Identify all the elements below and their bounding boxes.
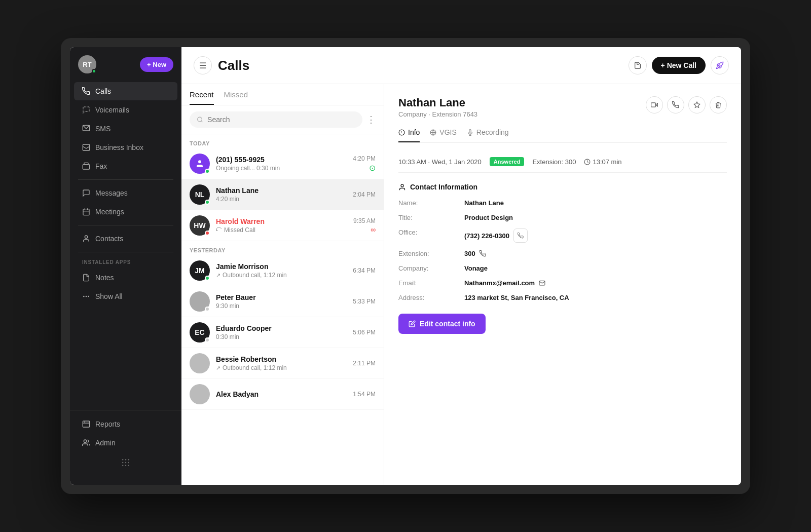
- sidebar-item-admin[interactable]: Admin: [74, 434, 177, 452]
- status-dot: [205, 307, 210, 312]
- list-item[interactable]: NL Nathan Lane 4:20 min 2:04 PM: [181, 179, 384, 210]
- call-avatar: [190, 353, 210, 373]
- header-left: ☰ Calls: [194, 56, 249, 74]
- sidebar-item-messages[interactable]: Messages: [74, 184, 177, 202]
- svg-point-17: [125, 459, 127, 461]
- contact-actions: [646, 96, 727, 113]
- sidebar-item-notes[interactable]: Notes: [74, 269, 177, 287]
- voicemail-icon: [82, 106, 90, 114]
- sidebar-item-voicemails[interactable]: Voicemails: [74, 101, 177, 119]
- status-dot: [205, 337, 210, 343]
- caller-name: Alex Badyan: [216, 390, 347, 398]
- sidebar-item-sms[interactable]: SMS: [74, 120, 177, 138]
- call-avatar: HW: [190, 215, 210, 236]
- main-header: ☰ Calls + New Call: [181, 47, 741, 84]
- call-info: Alex Badyan: [216, 390, 347, 398]
- extension-value: 300: [464, 250, 727, 257]
- email-icon: [539, 280, 545, 286]
- call-info: Eduardo Cooper 0:30 min: [216, 324, 347, 340]
- svg-point-11: [88, 296, 89, 296]
- sidebar-label-notes: Notes: [95, 274, 114, 282]
- list-item[interactable]: EC Eduardo Cooper 0:30 min 5:06 PM: [181, 317, 384, 348]
- sidebar-item-business-inbox[interactable]: Business Inbox: [74, 138, 177, 157]
- search-bar: ⋮: [181, 105, 384, 134]
- tab-recent[interactable]: Recent: [190, 90, 214, 105]
- more-options-button[interactable]: ⋮: [366, 114, 376, 125]
- list-item[interactable]: (201) 555-9925 Ongoing call... 0:30 min …: [181, 148, 384, 179]
- svg-rect-3: [84, 163, 88, 164]
- call-info: Nathan Lane 4:20 min: [216, 186, 347, 203]
- sidebar-label-fax: Fax: [95, 162, 107, 170]
- caller-name: Bessie Robertson: [216, 355, 347, 363]
- installed-apps-label: INSTALLED APPS: [70, 256, 181, 268]
- svg-point-21: [128, 462, 130, 464]
- call-avatar: [190, 154, 210, 174]
- office-value: (732) 226-0300: [464, 229, 727, 243]
- reports-icon: [82, 420, 90, 428]
- new-call-button[interactable]: + New Call: [652, 57, 706, 74]
- svg-line-26: [201, 121, 202, 122]
- caller-name: (201) 555-9925: [216, 156, 347, 164]
- star-button[interactable]: [688, 96, 706, 113]
- caller-name: Nathan Lane: [216, 186, 347, 195]
- keypad-button[interactable]: [70, 452, 181, 473]
- call-sub: 4:20 min: [216, 196, 347, 203]
- today-label: TODAY: [181, 134, 384, 148]
- search-input-wrap: [190, 111, 362, 128]
- sidebar-nav: Calls Voicemails SMS Business Inbox: [70, 82, 181, 406]
- call-avatar: JM: [190, 260, 210, 281]
- keypad-icon: [121, 458, 131, 468]
- call-avatar: [190, 291, 210, 312]
- list-item[interactable]: Bessie Robertson ↗ Outbound call, 1:12 m…: [181, 348, 384, 379]
- svg-point-10: [86, 296, 86, 296]
- phone-button[interactable]: [667, 96, 684, 113]
- menu-button[interactable]: ☰: [194, 56, 212, 74]
- svg-point-16: [122, 459, 124, 461]
- office-call-button[interactable]: [513, 229, 528, 243]
- svg-point-20: [125, 462, 127, 464]
- caller-name: Eduardo Cooper: [216, 324, 347, 332]
- search-input[interactable]: [207, 116, 355, 124]
- new-button[interactable]: + New: [140, 57, 173, 72]
- tab-info[interactable]: Info: [398, 128, 420, 142]
- status-dot: [205, 169, 210, 174]
- video-call-button[interactable]: [646, 96, 663, 113]
- calls-icon: [82, 87, 90, 95]
- sidebar-item-reports[interactable]: Reports: [74, 415, 177, 433]
- name-value: Nathan Lane: [464, 199, 727, 207]
- tab-missed[interactable]: Missed: [224, 90, 248, 105]
- clock-icon: [584, 159, 591, 165]
- edit-icon: [409, 320, 416, 327]
- caller-name: Jamie Morrison: [216, 262, 347, 271]
- edit-contact-button[interactable]: Edit contact info: [398, 314, 486, 334]
- laptop-frame: RT + New Calls Voicemails: [61, 38, 750, 494]
- video-icon: [651, 101, 658, 108]
- rocket-button[interactable]: [711, 56, 729, 74]
- call-sub: ↗ Outbound call, 1:12 min: [216, 272, 347, 279]
- settings-button[interactable]: [629, 56, 647, 74]
- tab-recording[interactable]: Recording: [467, 128, 509, 142]
- extension-phone-icon: [480, 250, 486, 257]
- phone-small-icon: [518, 233, 524, 239]
- list-item[interactable]: JM Jamie Morrison ↗ Outbound call, 1:12 …: [181, 255, 384, 286]
- tab-vgis[interactable]: VGIS: [430, 128, 456, 142]
- company-value: Vonage: [464, 264, 727, 272]
- messages-icon: [82, 189, 90, 197]
- status-dot: [205, 200, 210, 205]
- sidebar-item-contacts[interactable]: Contacts: [74, 230, 177, 248]
- sidebar-item-calls[interactable]: Calls: [74, 82, 177, 100]
- inbox-icon: [82, 143, 90, 151]
- call-time: 2:11 PM: [353, 360, 376, 367]
- contact-header: Nathan Lane Company · Extension 7643: [398, 96, 727, 118]
- list-item[interactable]: HW Harold Warren Missed Call: [181, 210, 384, 241]
- info-icon: [398, 129, 405, 136]
- sidebar-item-fax[interactable]: Fax: [74, 157, 177, 175]
- call-sub: 0:30 min: [216, 333, 347, 340]
- list-item[interactable]: Peter Bauer 9:30 min 5:33 PM: [181, 286, 384, 317]
- sidebar-item-show-all[interactable]: Show All: [74, 287, 177, 306]
- sidebar-item-meetings[interactable]: Meetings: [74, 203, 177, 221]
- list-item[interactable]: Alex Badyan 1:54 PM: [181, 379, 384, 410]
- delete-button[interactable]: [710, 96, 727, 113]
- info-grid: Name: Nathan Lane Title: Product Design …: [398, 199, 727, 301]
- yesterday-label: YESTERDAY: [181, 241, 384, 255]
